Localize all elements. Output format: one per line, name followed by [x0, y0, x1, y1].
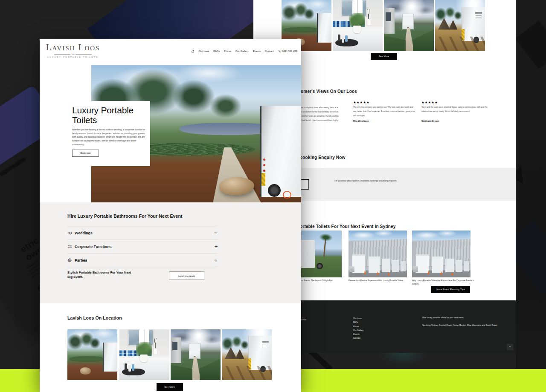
- people-icon: [67, 244, 72, 249]
- location-photo-trailer-tipis[interactable]: [222, 329, 272, 380]
- accordion-row-weddings[interactable]: Weddings +: [67, 226, 218, 240]
- reviewer-name: Rita Wrightson: [353, 120, 369, 122]
- footer-link-events[interactable]: Events: [353, 332, 364, 336]
- photo-layer: [222, 331, 251, 356]
- photo-layer: [136, 342, 152, 356]
- nav-item-contact[interactable]: Contact: [265, 50, 274, 52]
- services-tagline: Stylish Portable Bathrooms For Your Next…: [67, 271, 131, 279]
- photo-layer: [284, 27, 321, 32]
- accordion-label: Weddings: [75, 231, 93, 235]
- nav-item-our-gallery[interactable]: Our Gallery: [235, 50, 249, 52]
- hero-title: Luxury Portable Toilets: [72, 105, 146, 125]
- site-window: Lavish Loos ∞∞ LUXURY PORTABLE TOILETS O…: [40, 39, 301, 392]
- photo-layer: [268, 184, 281, 197]
- review-text: Taryn and the team were amazing! Super e…: [421, 105, 489, 114]
- booking-heading-fragment: booking Enquiry Now: [300, 155, 346, 160]
- back-see-more-button[interactable]: See More: [371, 53, 397, 60]
- footer-link-contact[interactable]: Contact: [353, 336, 364, 340]
- photo-layer: [413, 266, 418, 272]
- photo-layer: [317, 263, 323, 269]
- gallery-photo-bathroom-interior[interactable]: [333, 0, 383, 51]
- footer-clipped-text: et Hire: [300, 319, 306, 321]
- nav-item-faqs[interactable]: FAQs: [213, 50, 220, 52]
- more-event-planning-tips-button[interactable]: More Event Planning Tips: [431, 286, 470, 293]
- back-to-top-button[interactable]: ^: [507, 344, 513, 350]
- see-more-button[interactable]: See More: [157, 383, 183, 391]
- photo-layer: [335, 39, 358, 46]
- photo-layer: [67, 329, 100, 354]
- photo-layer: [171, 337, 181, 363]
- star-rating-icon: ★★★★★: [421, 101, 438, 104]
- location-photo-garden-trailer[interactable]: [67, 329, 117, 380]
- home-icon[interactable]: [191, 49, 195, 53]
- nav-item-events[interactable]: Events: [253, 50, 261, 52]
- photo-layer: [323, 237, 326, 257]
- photo-layer: [366, 9, 371, 25]
- site-logo[interactable]: Lavish Loos ∞∞ LUXURY PORTABLE TOILETS: [43, 43, 103, 58]
- accordion-label: Corporate Functions: [75, 245, 112, 249]
- blog-caption[interactable]: Elevate Your Festival Experience With Lu…: [349, 279, 403, 282]
- photo-layer: [103, 343, 117, 372]
- photo-layer: [70, 356, 107, 361]
- accordion-row-corporate-functions[interactable]: Corporate Functions +: [67, 240, 218, 254]
- photo-layer: [349, 266, 354, 272]
- book-now-button[interactable]: Book now: [72, 150, 99, 157]
- nav-item-our-loos[interactable]: Our Loos: [199, 50, 209, 52]
- location-photo-garden-path[interactable]: [171, 329, 221, 380]
- review-text: The only loo company you want to use! Th…: [353, 105, 417, 118]
- footer-link-our-gallery[interactable]: Our Gallery: [353, 329, 364, 332]
- location-photo-bathroom-interior[interactable]: [119, 329, 169, 380]
- lavish-loo-details-button[interactable]: Lavish Loo details: [169, 271, 204, 280]
- photo-layer: [222, 366, 272, 380]
- footer-links: Our Loos FAQs Prices Our Gallery Events …: [353, 317, 364, 340]
- logo-ornament: ∞∞: [43, 53, 103, 55]
- disco-ball-icon: [67, 258, 72, 262]
- ornament-line: [54, 54, 70, 55]
- phone-link[interactable]: 0431 511 453: [278, 50, 297, 53]
- booking-note: For questions about facilities, availabi…: [334, 180, 397, 182]
- gallery-photo-trailer-tipis[interactable]: [435, 0, 485, 51]
- reviews-heading-fragment: omer's Views On Our Loos: [301, 89, 357, 94]
- accordion-label: Parties: [75, 258, 87, 262]
- nav-item-prices[interactable]: Prices: [224, 50, 231, 52]
- photo-layer: [451, 272, 453, 275]
- photo-layer: [282, 0, 314, 25]
- photo-layer: [260, 106, 301, 197]
- footer-service-area: Servicing Sydney, Central Coast, Hunter …: [422, 324, 500, 328]
- photo-layer: [189, 343, 200, 359]
- screenshot-stage: HOME PREMIUM FREE POPULAR assets etric 3…: [0, 0, 546, 392]
- logo-tagline: LUXURY PORTABLE TOILETS: [43, 56, 103, 58]
- logo-title: Lavish Loos: [43, 43, 103, 52]
- plus-icon[interactable]: +: [214, 257, 218, 263]
- services-heading: Hire Luxury Portable Bathrooms For Your …: [67, 213, 183, 219]
- photo-layer: [440, 271, 442, 275]
- services-section: Hire Luxury Portable Bathrooms For Your …: [40, 202, 301, 303]
- scroll-ring-marker: [283, 191, 291, 199]
- blog-photo-trailer-row[interactable]: [412, 231, 470, 277]
- photo-layer: [200, 352, 221, 380]
- photo-layer: [349, 13, 365, 27]
- plus-icon[interactable]: +: [214, 243, 218, 250]
- reviewer-name: Siobhann Brown: [421, 120, 439, 122]
- plus-icon[interactable]: +: [214, 230, 218, 236]
- main-nav: Our Loos FAQs Prices Our Gallery Events …: [191, 49, 297, 53]
- footer-link-our-loos[interactable]: Our Loos: [353, 317, 364, 320]
- photo-layer: [122, 369, 145, 376]
- accordion-row-parties[interactable]: Parties +: [67, 254, 218, 267]
- footer-link-prices[interactable]: Prices: [353, 325, 364, 329]
- hero-body: Whether you are holding a formal outdoor…: [72, 128, 146, 146]
- photo-layer: [384, 8, 395, 34]
- blog-caption[interactable]: Why Luxury Portable Toilets Are A Must-H…: [412, 279, 475, 285]
- hero-card: Luxury Portable Toilets Whether you are …: [68, 101, 150, 166]
- photo-layer: [317, 13, 331, 42]
- photo-layer: [402, 14, 414, 29]
- blog-photo-trailer-row[interactable]: [349, 231, 407, 277]
- rings-ornament-icon: ∞∞: [72, 53, 75, 55]
- footer-link-faqs[interactable]: FAQs: [353, 320, 364, 324]
- blog-caption-fragment[interactable]: oor Events: The Impact Of High-End: [300, 279, 332, 282]
- ornament-line: [76, 54, 92, 55]
- photo-layer: [435, 37, 485, 51]
- wedding-rings-icon: [67, 231, 72, 235]
- gallery-photo-garden-path[interactable]: [384, 0, 434, 51]
- photo-layer: [435, 2, 464, 27]
